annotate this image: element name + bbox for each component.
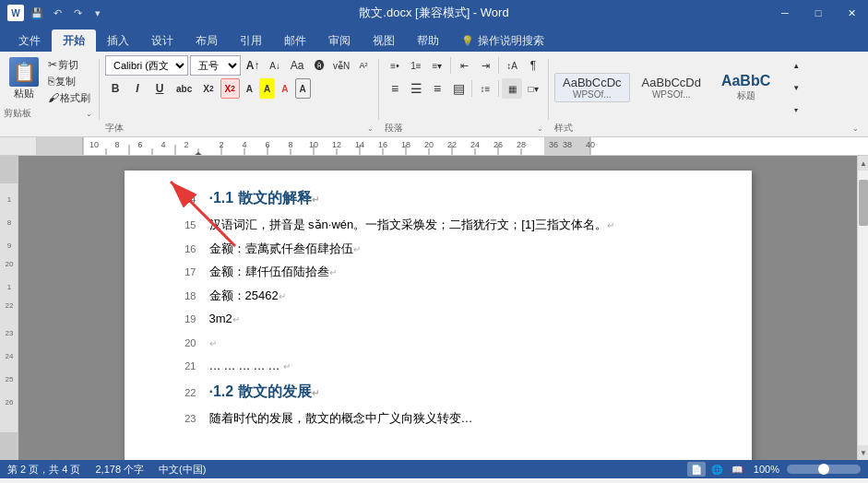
tab-mailings[interactable]: 邮件 xyxy=(273,29,317,52)
tab-insert[interactable]: 插入 xyxy=(96,29,140,52)
shading-btn[interactable]: ▦ xyxy=(502,78,522,99)
line-content-22[interactable]: ·1.2 散文的发展↵ xyxy=(209,383,319,402)
highlight-color-btn[interactable]: A xyxy=(259,78,275,99)
tab-references[interactable]: 引用 xyxy=(229,29,273,52)
line-content-16[interactable]: 金额：壹萬贰仟叁佰肆拾伍↵ xyxy=(209,240,361,258)
superscript-btn[interactable]: X2 xyxy=(220,78,240,99)
line-content-18[interactable]: 金额：25462↵ xyxy=(209,287,286,305)
line-content-19[interactable]: 3m2↵ xyxy=(209,310,240,328)
text-effect-btn[interactable]: 🅐 xyxy=(309,55,329,76)
clipboard-expand-btn[interactable]: ⌄ xyxy=(86,110,92,118)
font-color2-btn[interactable]: A xyxy=(277,78,292,99)
restore-btn[interactable]: □ xyxy=(802,0,835,26)
paste-icon: 📋 xyxy=(9,57,39,87)
phonetic-btn[interactable]: A² xyxy=(353,55,374,76)
vertical-scrollbar[interactable]: ▲ ▼ xyxy=(857,156,868,460)
styles-down-btn[interactable]: ▼ xyxy=(786,77,806,98)
font-size-up-btn[interactable]: A↑ xyxy=(243,55,263,76)
line-spacing-btn[interactable]: ↕≡ xyxy=(475,78,495,99)
redo-btn[interactable]: ↷ xyxy=(70,6,85,20)
char-border-btn[interactable]: A xyxy=(295,78,311,99)
minimize-btn[interactable]: ─ xyxy=(768,0,802,26)
justify-btn[interactable]: ▤ xyxy=(448,78,469,99)
line-content-20[interactable]: ↵ xyxy=(209,334,217,352)
zoom-slider[interactable] xyxy=(787,465,861,474)
undo-btn[interactable]: ↶ xyxy=(50,6,65,20)
sort-btn[interactable]: ↕A xyxy=(502,55,522,76)
show-hide-btn[interactable]: ¶ xyxy=(523,55,543,76)
quick-save-btn[interactable]: 💾 xyxy=(30,6,44,20)
view-web-btn[interactable]: 🌐 xyxy=(707,462,726,477)
clipboard-label: 剪贴板 xyxy=(4,107,31,120)
tab-view[interactable]: 视图 xyxy=(362,29,406,52)
close-btn[interactable]: ✕ xyxy=(835,0,868,26)
line-content-14[interactable]: ·1.1 散文的解释↵ xyxy=(209,189,319,208)
align-left-btn[interactable]: ≡ xyxy=(385,78,405,99)
doc-line-23: 23 随着时代的发展，散文的概念中广义向狭义转变… xyxy=(171,409,706,428)
font-name-select[interactable]: Calibri (西文正文 xyxy=(105,55,188,76)
styles-nav: ▲ ▼ ▾ xyxy=(786,55,806,120)
format-painter-btn[interactable]: 🖌 格式刷 xyxy=(46,90,92,106)
clear-format-btn[interactable]: Aa xyxy=(287,55,307,76)
tab-file[interactable]: 文件 xyxy=(7,29,52,52)
style-item-2[interactable]: AaBbCcDd WPSOf... xyxy=(634,73,709,102)
line-num-22: 22 xyxy=(171,387,196,398)
char-spacing-btn[interactable]: vễN xyxy=(331,55,351,76)
clipboard-sub-btns: ✂ 剪切 ⎘ 复制 🖌 格式刷 xyxy=(46,55,92,107)
line-num-15: 15 xyxy=(171,219,196,230)
scroll-up-btn[interactable]: ▲ xyxy=(858,156,868,171)
svg-text:4: 4 xyxy=(242,140,246,149)
font-style-select[interactable]: 五号 xyxy=(190,55,241,76)
font-size-down-btn[interactable]: A↓ xyxy=(265,55,285,76)
bullets-btn[interactable]: ≡• xyxy=(385,55,405,76)
increase-indent-btn[interactable]: ⇥ xyxy=(475,55,495,76)
view-read-btn[interactable]: 📖 xyxy=(728,462,746,477)
scroll-down-btn[interactable]: ▼ xyxy=(858,445,868,460)
copy-btn[interactable]: ⎘ 复制 xyxy=(46,74,92,89)
styles-up-btn[interactable]: ▲ xyxy=(786,55,806,76)
ruler-svg: 10 8 6 4 2 2 4 6 8 10 12 14 16 18 20 22 … xyxy=(37,137,868,156)
numbering-btn[interactable]: 1≡ xyxy=(406,55,426,76)
style-item-1[interactable]: AaBbCcDc WPSOf... xyxy=(554,73,630,102)
text-color-btn[interactable]: A xyxy=(242,78,257,99)
customize-btn[interactable]: ▾ xyxy=(90,6,105,20)
styles-expand-btn[interactable]: ⌄ xyxy=(852,124,859,133)
tab-layout[interactable]: 布局 xyxy=(184,29,229,52)
style-preview-3: AaBbC xyxy=(721,73,770,89)
view-print-btn[interactable]: 📄 xyxy=(687,462,706,477)
decrease-indent-btn[interactable]: ⇤ xyxy=(454,55,474,76)
clipboard-group: 📋 粘贴 ✂ 剪切 ⎘ 复制 🖌 格式刷 剪贴板 ⌄ xyxy=(4,55,100,135)
multilevel-btn[interactable]: ≡▾ xyxy=(427,55,447,76)
italic-btn[interactable]: I xyxy=(127,78,148,99)
scroll-thumb[interactable] xyxy=(859,180,868,226)
zoom-thumb[interactable] xyxy=(818,464,829,475)
para-expand-btn[interactable]: ⌄ xyxy=(537,124,543,133)
tab-home[interactable]: 开始 xyxy=(52,29,96,52)
subscript-btn[interactable]: X2 xyxy=(198,78,218,99)
tab-search[interactable]: 💡操作说明搜索 xyxy=(450,29,555,52)
align-right-btn[interactable]: ≡ xyxy=(427,78,447,99)
styles-more-btn[interactable]: ▾ xyxy=(786,100,806,120)
tab-design[interactable]: 设计 xyxy=(140,29,184,52)
svg-text:24: 24 xyxy=(6,352,14,360)
tab-help[interactable]: 帮助 xyxy=(406,29,450,52)
line-content-15[interactable]: 汉语词汇，拼音是 sǎn·wén。一指文采焕发；二指犹行文；[1]三指文体名。↵ xyxy=(209,216,614,234)
view-btns: 📄 🌐 📖 xyxy=(687,462,746,477)
line-content-23[interactable]: 随着时代的发展，散文的概念中广义向狭义转变… xyxy=(209,409,473,428)
tab-review[interactable]: 审阅 xyxy=(317,29,362,52)
underline-btn[interactable]: U xyxy=(149,78,170,99)
cut-btn[interactable]: ✂ 剪切 xyxy=(46,57,92,73)
align-center-btn[interactable]: ☰ xyxy=(406,78,426,99)
document-area: 1 8 9 20 1 22 23 24 25 26 14 ·1.1 散文的解释↵… xyxy=(0,156,868,460)
line-content-21[interactable]: ……………↵ xyxy=(209,357,293,375)
paste-btn[interactable]: 📋 粘贴 xyxy=(4,55,44,107)
bold-btn[interactable]: B xyxy=(105,78,125,99)
style-item-3[interactable]: AaBbC 标题 xyxy=(713,70,779,105)
font-expand-btn[interactable]: ⌄ xyxy=(367,124,374,133)
doc-scroll[interactable]: 14 ·1.1 散文的解释↵ 15 汉语词汇，拼音是 sǎn·wén。一指文采焕… xyxy=(18,156,857,460)
borders-btn[interactable]: □▾ xyxy=(523,78,543,99)
line-content-17[interactable]: 金额：肆仟伍佰陆拾叁↵ xyxy=(209,263,337,281)
strikethrough-btn[interactable]: abc xyxy=(172,78,196,99)
scroll-track[interactable] xyxy=(858,171,868,445)
svg-text:25: 25 xyxy=(6,375,14,383)
